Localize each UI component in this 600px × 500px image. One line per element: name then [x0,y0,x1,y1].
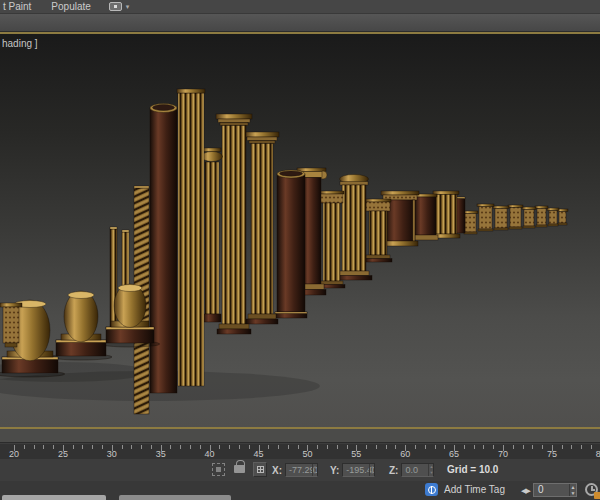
column-model-capS[interactable] [463,211,478,234]
y-spinner[interactable]: ▲▼ [369,464,374,477]
frame-tick [493,445,494,449]
time-tag-icon [425,483,438,496]
y-coordinate-field[interactable]: -195.405 ▲▼ [342,463,375,477]
frame-tick [53,445,54,449]
frame-tick [474,445,475,449]
tab-object-paint[interactable]: t Paint [0,0,41,14]
ribbon-media-button[interactable]: ▾ [109,2,130,11]
prompt-panel-edge [2,495,106,500]
frame-tick [523,445,524,449]
frame-spinner[interactable]: ▲▼ [569,484,576,496]
frame-tick [82,445,83,449]
isolate-selection-icon[interactable] [212,463,225,476]
frame-tick-label: 45 [253,449,263,459]
grid-mode-icon [257,466,264,473]
frame-tick [170,445,171,449]
frame-tick [425,445,426,449]
z-spinner[interactable]: ▲▼ [428,464,433,477]
frame-tick [278,445,279,449]
frame-tick-label: 65 [449,449,459,459]
z-value: 0.0 [405,465,418,475]
add-time-tag-button[interactable]: Add Time Tag [425,483,505,496]
viewport-shading-label[interactable]: hading ] [2,38,38,49]
frame-tick [395,445,396,449]
column-model-capS[interactable] [477,204,494,231]
column-model-doric[interactable] [216,114,252,334]
absolute-mode-button[interactable] [253,462,267,477]
column-model-smooth2[interactable] [275,170,307,318]
frame-tick-label: 35 [156,449,166,459]
frame-tick [229,445,230,449]
column-model-cap[interactable] [0,303,22,347]
selection-lock-icon[interactable] [234,465,245,473]
frame-tick [337,445,338,449]
column-model-capS[interactable] [547,208,559,226]
perspective-viewport[interactable]: hading ] [0,32,600,429]
frame-tick [288,445,289,449]
x-spinner[interactable]: ▲▼ [312,464,317,477]
frame-tick [542,445,543,449]
frame-tick [151,445,152,449]
column-model-capS[interactable] [535,206,548,227]
frame-tick [141,445,142,449]
frame-tick [571,445,572,449]
prompt-row: Add Time Tag ◀▶ 0 ▲▼ [0,481,600,500]
column-model-capS[interactable] [557,209,568,225]
z-coordinate-field[interactable]: 0.0 ▲▼ [401,463,434,477]
frame-tick [24,445,25,449]
frame-tick [249,445,250,449]
frame-tick [376,445,377,449]
frame-tick-label: 25 [58,449,68,459]
frame-tick-label: 30 [107,449,117,459]
frame-tick [581,445,582,449]
frame-tick-label: 55 [351,449,361,459]
frame-tick [513,445,514,449]
coordinate-x-group: X: -77.291 ▲▼ [272,463,318,477]
frame-tick [317,445,318,449]
column-model-smoothS[interactable] [412,194,438,240]
column-model-flS[interactable] [432,191,460,238]
frame-tick-label: 60 [400,449,410,459]
chevron-down-icon[interactable]: ▾ [126,3,130,11]
column-model-capS[interactable] [522,207,536,228]
frame-tick-label: 80 [596,449,600,459]
column-model-fluted[interactable] [177,89,205,386]
column-model-stick[interactable] [110,227,117,334]
frame-tick [464,445,465,449]
time-slider-track[interactable] [0,429,600,443]
frame-tick [34,445,35,449]
frame-tick [483,445,484,449]
frame-tick [73,445,74,449]
column-models-canvas [0,34,600,427]
frame-tick [190,445,191,449]
frame-tick [268,445,269,449]
track-bar[interactable]: 20253035404550556065707580 [0,444,600,459]
ribbon-body-collapsed [0,14,600,32]
frame-tick [298,445,299,449]
column-model-capS[interactable] [508,205,523,229]
frame-tick [92,445,93,449]
tab-populate[interactable]: Populate [41,0,100,14]
column-model-torus[interactable] [202,148,223,322]
frame-tick [131,445,132,449]
x-coordinate-field[interactable]: -77.291 ▲▼ [285,463,318,477]
time-configuration-button[interactable] [585,483,599,497]
media-icon [109,2,122,11]
grid-size-label: Grid = 10.0 [447,464,498,475]
column-model-doric[interactable] [245,132,279,324]
column-model-capS[interactable] [493,206,509,230]
frame-tick-label: 75 [547,449,557,459]
prompt-panel-edge [119,495,231,500]
frame-tick [366,445,367,449]
coordinate-z-group: Z: 0.0 ▲▼ [389,463,434,477]
frame-tick [43,445,44,449]
column-model-base[interactable] [50,291,112,360]
column-model-flcap[interactable] [336,175,372,281]
current-frame-field[interactable]: 0 ▲▼ [533,483,577,497]
key-mode-toggle[interactable]: ◀▶ [521,487,530,495]
frame-tick [562,445,563,449]
frame-tick [200,445,201,449]
column-model-smooth[interactable] [150,104,177,394]
frame-tick [415,445,416,449]
frame-tick-label: 20 [9,449,19,459]
